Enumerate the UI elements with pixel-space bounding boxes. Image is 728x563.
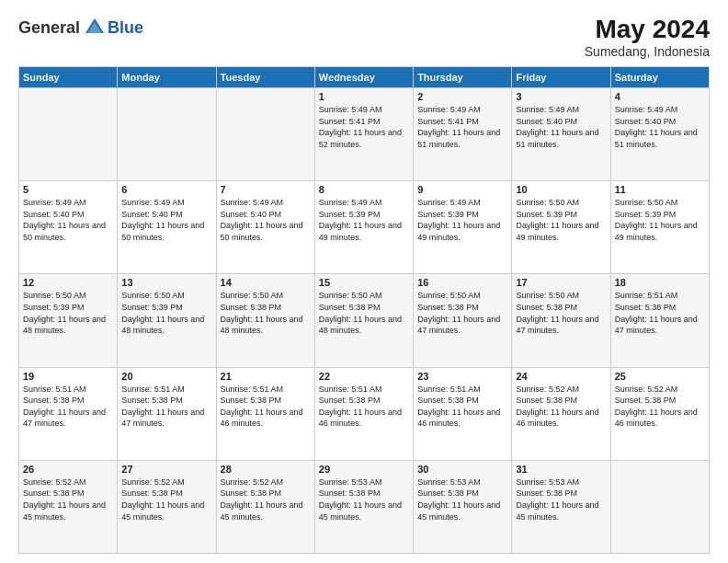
day-number: 8 bbox=[319, 184, 409, 195]
calendar-cell: 17Sunrise: 5:50 AM Sunset: 5:38 PM Dayli… bbox=[512, 274, 610, 367]
weekday-header-thursday: Thursday bbox=[414, 67, 512, 88]
day-info: Sunrise: 5:49 AM Sunset: 5:40 PM Dayligh… bbox=[615, 104, 705, 150]
title-block: May 2024 Sumedang, Indonesia bbox=[585, 15, 710, 59]
day-info: Sunrise: 5:49 AM Sunset: 5:40 PM Dayligh… bbox=[221, 197, 311, 243]
calendar-cell: 1Sunrise: 5:49 AM Sunset: 5:41 PM Daylig… bbox=[314, 88, 413, 181]
day-info: Sunrise: 5:52 AM Sunset: 5:38 PM Dayligh… bbox=[23, 477, 113, 523]
day-info: Sunrise: 5:51 AM Sunset: 5:38 PM Dayligh… bbox=[319, 384, 409, 430]
day-number: 3 bbox=[516, 91, 606, 102]
day-info: Sunrise: 5:51 AM Sunset: 5:38 PM Dayligh… bbox=[417, 384, 507, 430]
calendar-cell: 31Sunrise: 5:53 AM Sunset: 5:38 PM Dayli… bbox=[512, 460, 610, 553]
calendar-cell bbox=[118, 88, 216, 181]
day-info: Sunrise: 5:51 AM Sunset: 5:38 PM Dayligh… bbox=[23, 384, 113, 430]
day-number: 10 bbox=[516, 184, 606, 195]
calendar-cell: 24Sunrise: 5:52 AM Sunset: 5:38 PM Dayli… bbox=[512, 367, 610, 460]
weekday-header-wednesday: Wednesday bbox=[314, 67, 413, 88]
day-number: 5 bbox=[23, 184, 113, 195]
day-info: Sunrise: 5:49 AM Sunset: 5:39 PM Dayligh… bbox=[417, 197, 507, 243]
location: Sumedang, Indonesia bbox=[585, 44, 710, 59]
weekday-header-tuesday: Tuesday bbox=[216, 67, 314, 88]
day-info: Sunrise: 5:53 AM Sunset: 5:38 PM Dayligh… bbox=[319, 477, 409, 523]
week-row-2: 5Sunrise: 5:49 AM Sunset: 5:40 PM Daylig… bbox=[19, 181, 710, 274]
day-info: Sunrise: 5:50 AM Sunset: 5:39 PM Dayligh… bbox=[121, 290, 211, 336]
day-number: 28 bbox=[221, 464, 311, 475]
week-row-5: 26Sunrise: 5:52 AM Sunset: 5:38 PM Dayli… bbox=[19, 460, 710, 553]
logo: General Blue bbox=[18, 15, 143, 40]
calendar-cell: 12Sunrise: 5:50 AM Sunset: 5:39 PM Dayli… bbox=[19, 274, 118, 367]
page: General Blue May 2024 Sumedang, Indonesi… bbox=[0, 0, 728, 563]
day-number: 19 bbox=[23, 371, 113, 382]
day-info: Sunrise: 5:51 AM Sunset: 5:38 PM Dayligh… bbox=[121, 384, 211, 430]
logo-icon bbox=[82, 15, 108, 40]
day-number: 1 bbox=[319, 91, 409, 102]
calendar-cell: 26Sunrise: 5:52 AM Sunset: 5:38 PM Dayli… bbox=[19, 460, 118, 553]
day-number: 14 bbox=[221, 277, 311, 288]
day-number: 2 bbox=[417, 91, 507, 102]
day-info: Sunrise: 5:49 AM Sunset: 5:40 PM Dayligh… bbox=[121, 197, 211, 243]
calendar-cell: 8Sunrise: 5:49 AM Sunset: 5:39 PM Daylig… bbox=[314, 181, 413, 274]
calendar-cell: 18Sunrise: 5:51 AM Sunset: 5:38 PM Dayli… bbox=[610, 274, 709, 367]
weekday-header-row: SundayMondayTuesdayWednesdayThursdayFrid… bbox=[19, 67, 710, 88]
day-number: 11 bbox=[615, 184, 705, 195]
weekday-header-sunday: Sunday bbox=[19, 67, 118, 88]
day-info: Sunrise: 5:50 AM Sunset: 5:39 PM Dayligh… bbox=[23, 290, 113, 336]
day-info: Sunrise: 5:51 AM Sunset: 5:38 PM Dayligh… bbox=[615, 290, 705, 336]
day-number: 6 bbox=[121, 184, 211, 195]
week-row-4: 19Sunrise: 5:51 AM Sunset: 5:38 PM Dayli… bbox=[19, 367, 710, 460]
day-info: Sunrise: 5:50 AM Sunset: 5:38 PM Dayligh… bbox=[417, 290, 507, 336]
day-number: 20 bbox=[121, 371, 211, 382]
day-number: 24 bbox=[516, 371, 606, 382]
calendar-cell: 11Sunrise: 5:50 AM Sunset: 5:39 PM Dayli… bbox=[610, 181, 709, 274]
calendar-table: SundayMondayTuesdayWednesdayThursdayFrid… bbox=[18, 66, 710, 554]
day-number: 23 bbox=[417, 371, 507, 382]
logo-blue: Blue bbox=[108, 18, 143, 38]
calendar-cell: 29Sunrise: 5:53 AM Sunset: 5:38 PM Dayli… bbox=[314, 460, 413, 553]
day-number: 25 bbox=[615, 371, 705, 382]
weekday-header-monday: Monday bbox=[118, 67, 216, 88]
day-info: Sunrise: 5:52 AM Sunset: 5:38 PM Dayligh… bbox=[516, 384, 606, 430]
day-number: 29 bbox=[319, 464, 409, 475]
calendar-cell: 21Sunrise: 5:51 AM Sunset: 5:38 PM Dayli… bbox=[216, 367, 314, 460]
calendar-cell: 10Sunrise: 5:50 AM Sunset: 5:39 PM Dayli… bbox=[512, 181, 610, 274]
day-info: Sunrise: 5:52 AM Sunset: 5:38 PM Dayligh… bbox=[221, 477, 311, 523]
day-info: Sunrise: 5:49 AM Sunset: 5:41 PM Dayligh… bbox=[417, 104, 507, 150]
calendar-cell: 6Sunrise: 5:49 AM Sunset: 5:40 PM Daylig… bbox=[118, 181, 216, 274]
calendar-cell bbox=[216, 88, 314, 181]
calendar-cell: 22Sunrise: 5:51 AM Sunset: 5:38 PM Dayli… bbox=[314, 367, 413, 460]
weekday-header-saturday: Saturday bbox=[610, 67, 709, 88]
day-info: Sunrise: 5:53 AM Sunset: 5:38 PM Dayligh… bbox=[417, 477, 507, 523]
day-number: 7 bbox=[221, 184, 311, 195]
month-year: May 2024 bbox=[585, 15, 710, 44]
day-info: Sunrise: 5:50 AM Sunset: 5:38 PM Dayligh… bbox=[319, 290, 409, 336]
day-number: 30 bbox=[417, 464, 507, 475]
day-info: Sunrise: 5:49 AM Sunset: 5:41 PM Dayligh… bbox=[319, 104, 409, 150]
calendar-cell: 27Sunrise: 5:52 AM Sunset: 5:38 PM Dayli… bbox=[118, 460, 216, 553]
calendar-cell: 25Sunrise: 5:52 AM Sunset: 5:38 PM Dayli… bbox=[610, 367, 709, 460]
day-number: 26 bbox=[23, 464, 113, 475]
header: General Blue May 2024 Sumedang, Indonesi… bbox=[18, 15, 710, 59]
calendar-cell: 28Sunrise: 5:52 AM Sunset: 5:38 PM Dayli… bbox=[216, 460, 314, 553]
day-number: 12 bbox=[23, 277, 113, 288]
calendar-cell: 16Sunrise: 5:50 AM Sunset: 5:38 PM Dayli… bbox=[414, 274, 512, 367]
calendar-cell: 2Sunrise: 5:49 AM Sunset: 5:41 PM Daylig… bbox=[414, 88, 512, 181]
calendar-cell: 3Sunrise: 5:49 AM Sunset: 5:40 PM Daylig… bbox=[512, 88, 610, 181]
day-number: 27 bbox=[121, 464, 211, 475]
day-info: Sunrise: 5:50 AM Sunset: 5:39 PM Dayligh… bbox=[516, 197, 606, 243]
day-number: 17 bbox=[516, 277, 606, 288]
day-info: Sunrise: 5:50 AM Sunset: 5:39 PM Dayligh… bbox=[615, 197, 705, 243]
calendar-cell: 7Sunrise: 5:49 AM Sunset: 5:40 PM Daylig… bbox=[216, 181, 314, 274]
day-number: 18 bbox=[615, 277, 705, 288]
day-number: 31 bbox=[516, 464, 606, 475]
day-number: 21 bbox=[221, 371, 311, 382]
logo-general: General bbox=[18, 18, 80, 38]
day-number: 13 bbox=[121, 277, 211, 288]
calendar-cell: 9Sunrise: 5:49 AM Sunset: 5:39 PM Daylig… bbox=[414, 181, 512, 274]
day-number: 9 bbox=[417, 184, 507, 195]
week-row-1: 1Sunrise: 5:49 AM Sunset: 5:41 PM Daylig… bbox=[19, 88, 710, 181]
day-number: 15 bbox=[319, 277, 409, 288]
calendar-cell: 15Sunrise: 5:50 AM Sunset: 5:38 PM Dayli… bbox=[314, 274, 413, 367]
calendar-cell: 4Sunrise: 5:49 AM Sunset: 5:40 PM Daylig… bbox=[610, 88, 709, 181]
day-info: Sunrise: 5:52 AM Sunset: 5:38 PM Dayligh… bbox=[121, 477, 211, 523]
day-info: Sunrise: 5:51 AM Sunset: 5:38 PM Dayligh… bbox=[221, 384, 311, 430]
day-info: Sunrise: 5:49 AM Sunset: 5:39 PM Dayligh… bbox=[319, 197, 409, 243]
